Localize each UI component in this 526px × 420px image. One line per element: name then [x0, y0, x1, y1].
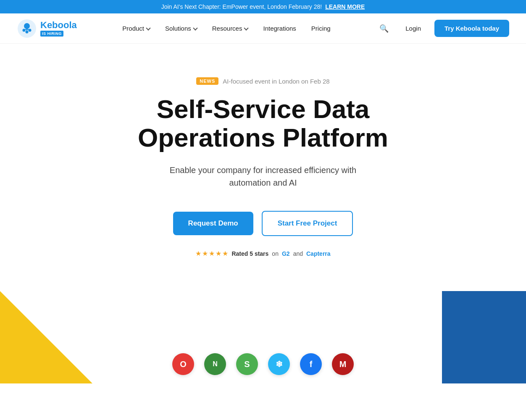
hero-subtext: Enable your company for increased effici…	[154, 164, 372, 189]
login-button[interactable]: Login	[399, 21, 428, 35]
bottom-section: O N S ❄ f M	[0, 291, 526, 383]
integration-logo-5: M	[332, 353, 354, 375]
capterra-link[interactable]: Capterra	[306, 250, 331, 257]
nav-product[interactable]: Product	[116, 21, 157, 35]
logo-link[interactable]: Keboola IS HIRING	[17, 18, 77, 39]
integration-logo-3: ❄	[268, 353, 290, 375]
g2-link[interactable]: G2	[282, 250, 290, 257]
nav-pricing[interactable]: Pricing	[305, 21, 337, 35]
yellow-triangle-decoration	[0, 291, 92, 383]
learn-more-link[interactable]: LEARN MORE	[325, 3, 365, 10]
rating-and-text: and	[293, 250, 303, 257]
blue-rect-decoration	[442, 291, 526, 383]
logo-icon	[17, 18, 37, 39]
main-nav: Keboola IS HIRING Product Solutions Reso…	[0, 13, 526, 44]
logo-text: Keboola IS HIRING	[40, 21, 77, 37]
nav-integrations[interactable]: Integrations	[256, 21, 302, 35]
integrations-row: O N S ❄ f M	[172, 353, 354, 375]
rating-row: ★ ★ ★ ★ ★ Rated 5 stars on G2 and Capter…	[195, 249, 330, 257]
svg-point-1	[24, 23, 30, 29]
chevron-down-icon	[146, 26, 150, 30]
chevron-down-icon	[244, 26, 249, 30]
star-rating: ★ ★ ★ ★ ★	[195, 249, 228, 257]
nav-links: Product Solutions Resources Integrations…	[116, 21, 337, 35]
star-2: ★	[202, 249, 208, 257]
hero-heading: Self-Service Data Operations Platform	[138, 95, 388, 152]
news-badge-row: NEWS AI-focused event in London on Feb 2…	[196, 77, 329, 85]
integration-logo-2: S	[236, 353, 258, 375]
star-1: ★	[195, 249, 201, 257]
nav-right: 🔍 Login Try Keboola today	[376, 20, 509, 37]
search-button[interactable]: 🔍	[376, 21, 392, 37]
star-5: ★	[222, 249, 228, 257]
integration-logo-1: N	[204, 353, 226, 375]
announcement-text: Join AI's Next Chapter: EmPower event, L…	[161, 3, 322, 10]
request-demo-button[interactable]: Request Demo	[173, 212, 253, 235]
rating-label: Rated 5 stars	[231, 250, 268, 257]
chevron-down-icon	[193, 26, 197, 30]
start-free-project-button[interactable]: Start Free Project	[262, 211, 353, 236]
logo-hiring-badge: IS HIRING	[40, 31, 63, 37]
news-event-text: AI-focused event in London on Feb 28	[223, 78, 329, 85]
hero-section: NEWS AI-focused event in London on Feb 2…	[0, 44, 526, 283]
star-3: ★	[209, 249, 215, 257]
announcement-bar: Join AI's Next Chapter: EmPower event, L…	[0, 0, 526, 13]
nav-resources[interactable]: Resources	[205, 21, 255, 35]
hero-buttons: Request Demo Start Free Project	[173, 211, 353, 236]
star-4: ★	[216, 249, 221, 257]
search-icon: 🔍	[379, 24, 389, 33]
integration-logo-0: O	[172, 353, 194, 375]
news-badge: NEWS	[196, 77, 218, 85]
integration-logo-4: f	[300, 353, 322, 375]
rating-on-text: on	[272, 250, 279, 257]
nav-solutions[interactable]: Solutions	[158, 21, 204, 35]
logo-name: Keboola	[40, 21, 77, 30]
try-keboola-button[interactable]: Try Keboola today	[434, 20, 509, 37]
